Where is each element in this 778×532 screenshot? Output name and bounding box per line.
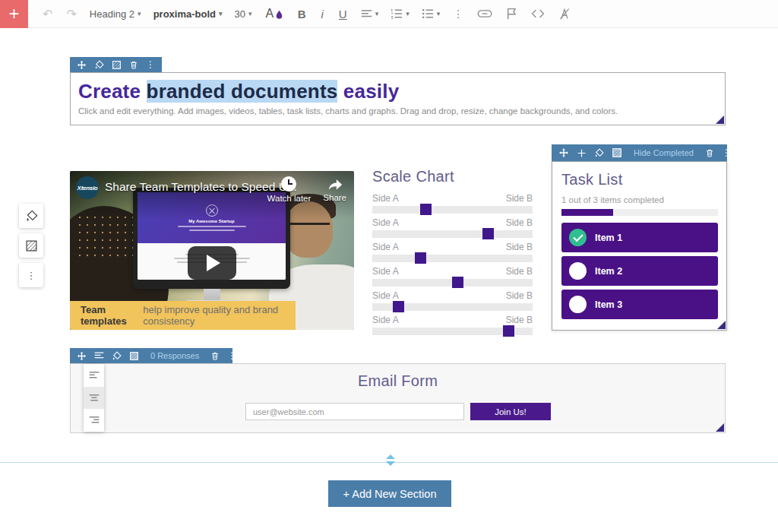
more-formatting-icon[interactable]: ⋮ xyxy=(446,8,470,20)
video-photo-glasses xyxy=(286,223,330,232)
share-button[interactable]: Share xyxy=(323,176,346,203)
move-icon[interactable] xyxy=(73,60,90,70)
scale-slider-track[interactable] xyxy=(372,255,533,262)
play-button[interactable] xyxy=(188,246,236,280)
font-size-value: 30 xyxy=(235,8,245,20)
heading-block[interactable]: Create branded documents easily Click an… xyxy=(70,72,726,125)
background-pattern-icon[interactable] xyxy=(608,147,626,158)
bullet-list-dropdown[interactable]: ▾ xyxy=(416,8,447,19)
scale-slider-handle[interactable] xyxy=(482,228,494,239)
scale-left-label: Side A xyxy=(372,290,399,301)
add-new-section-button[interactable]: + Add New Section xyxy=(328,480,451,507)
subtitle-text[interactable]: Click and edit everything. Add images, v… xyxy=(78,106,716,116)
more-options-icon[interactable]: ⋮ xyxy=(718,147,735,158)
flag-icon[interactable] xyxy=(499,8,524,20)
scale-chart-rows: Side A Side B Side A Side B Side A Side … xyxy=(372,193,533,335)
add-item-icon[interactable] xyxy=(573,148,590,158)
background-pattern-icon[interactable] xyxy=(108,60,125,70)
style-paint-icon[interactable] xyxy=(590,148,608,158)
task-progress-fill xyxy=(561,209,613,216)
scale-right-label: Side B xyxy=(506,290,533,301)
scale-chart-module[interactable]: Scale Chart Side A Side B Side A Side B … xyxy=(372,168,533,339)
section-background-icon[interactable] xyxy=(19,233,43,258)
scale-left-label: Side A xyxy=(372,315,399,325)
font-color-button[interactable]: A xyxy=(258,7,290,21)
scale-slider-handle[interactable] xyxy=(393,301,404,312)
section-more-options-icon[interactable]: ⋮ xyxy=(19,263,43,287)
scale-slider-track[interactable] xyxy=(372,230,533,238)
task-item[interactable]: Item 1 xyxy=(561,223,718,252)
task-list-title[interactable]: Task List xyxy=(561,171,718,188)
style-paint-icon[interactable] xyxy=(108,351,125,361)
move-icon[interactable] xyxy=(555,147,573,158)
scale-slider-track[interactable] xyxy=(372,279,533,287)
caption-bold-text: Team templates xyxy=(81,304,140,327)
delete-icon[interactable] xyxy=(125,60,142,70)
page-title[interactable]: Create branded documents easily xyxy=(78,80,716,103)
scale-slider-handle[interactable] xyxy=(503,325,514,337)
join-button[interactable]: Join Us! xyxy=(470,403,551,420)
move-icon[interactable] xyxy=(73,351,90,361)
more-options-icon[interactable]: ⋮ xyxy=(223,350,240,361)
section-style-paint-icon[interactable] xyxy=(19,204,43,228)
align-icon[interactable] xyxy=(90,351,108,360)
task-checkbox[interactable] xyxy=(569,296,587,313)
section-side-toolbar: ⋮ xyxy=(19,204,43,287)
task-checkbox[interactable] xyxy=(569,229,587,246)
delete-icon[interactable] xyxy=(207,351,223,361)
email-form-module[interactable]: Email Form Join Us! xyxy=(70,363,726,433)
chevron-down-icon: ▾ xyxy=(248,10,252,17)
watch-later-button[interactable]: Watch later xyxy=(267,176,312,203)
task-checkbox[interactable] xyxy=(569,262,587,280)
font-family-value: proxima-bold xyxy=(153,8,216,20)
numbered-list-icon xyxy=(391,8,403,19)
align-right-option[interactable] xyxy=(84,409,104,432)
scale-slider-track[interactable] xyxy=(372,328,533,335)
align-dropdown[interactable]: ▾ xyxy=(355,9,385,19)
background-pattern-icon[interactable] xyxy=(125,351,143,361)
delete-icon[interactable] xyxy=(701,148,718,158)
section-resize-arrows[interactable] xyxy=(384,454,397,466)
scale-chart-row: Side A Side B xyxy=(372,217,533,238)
clear-formatting-icon[interactable] xyxy=(552,8,577,20)
scale-chart-title[interactable]: Scale Chart xyxy=(372,168,533,185)
font-size-dropdown[interactable]: 30 ▾ xyxy=(229,8,258,20)
scale-slider-handle[interactable] xyxy=(452,277,463,288)
arrow-down-icon xyxy=(386,461,395,466)
align-left-option[interactable] xyxy=(84,364,104,387)
email-input[interactable] xyxy=(245,403,464,420)
task-list-module[interactable]: Task List 1 out of 3 items completed Ite… xyxy=(552,161,727,331)
monitor-text-line xyxy=(189,230,235,231)
resize-handle[interactable] xyxy=(716,423,724,432)
resize-handle[interactable] xyxy=(716,116,724,124)
italic-button[interactable]: i xyxy=(313,8,330,21)
video-embed[interactable]: My Awesome Startup Xtensio Share Team Te… xyxy=(70,171,354,330)
numbered-list-dropdown[interactable]: ▾ xyxy=(384,8,416,19)
add-block-button[interactable]: + xyxy=(0,0,28,28)
scale-slider-track[interactable] xyxy=(372,206,533,214)
responses-count-button[interactable]: 0 Responses xyxy=(143,351,207,360)
task-item[interactable]: Item 2 xyxy=(561,256,718,286)
resize-handle[interactable] xyxy=(717,321,726,329)
paragraph-style-dropdown[interactable]: Heading 2 ▾ xyxy=(84,8,147,20)
undo-icon[interactable]: ↶ xyxy=(36,7,59,21)
scale-slider-track[interactable] xyxy=(372,303,533,311)
more-options-icon[interactable]: ⋮ xyxy=(142,59,159,70)
code-icon[interactable] xyxy=(524,8,552,19)
underline-button[interactable]: U xyxy=(331,8,355,21)
bold-button[interactable]: B xyxy=(290,8,314,21)
link-icon[interactable] xyxy=(470,8,499,19)
chevron-down-icon: ▾ xyxy=(437,10,441,17)
style-paint-icon[interactable] xyxy=(90,60,108,70)
font-family-dropdown[interactable]: proxima-bold ▾ xyxy=(147,8,229,20)
email-form-title[interactable]: Email Form xyxy=(71,372,725,390)
scale-slider-handle[interactable] xyxy=(415,252,426,264)
redo-icon[interactable]: ↷ xyxy=(59,7,83,21)
hide-completed-button[interactable]: Hide Completed xyxy=(626,148,701,157)
scale-slider-handle[interactable] xyxy=(420,204,432,215)
chevron-down-icon: ▾ xyxy=(406,10,410,17)
align-center-option[interactable] xyxy=(84,387,104,410)
email-form-toolbar: 0 Responses ⋮ xyxy=(70,348,232,363)
channel-avatar[interactable]: Xtensio xyxy=(76,176,99,199)
task-item[interactable]: Item 3 xyxy=(561,290,718,319)
